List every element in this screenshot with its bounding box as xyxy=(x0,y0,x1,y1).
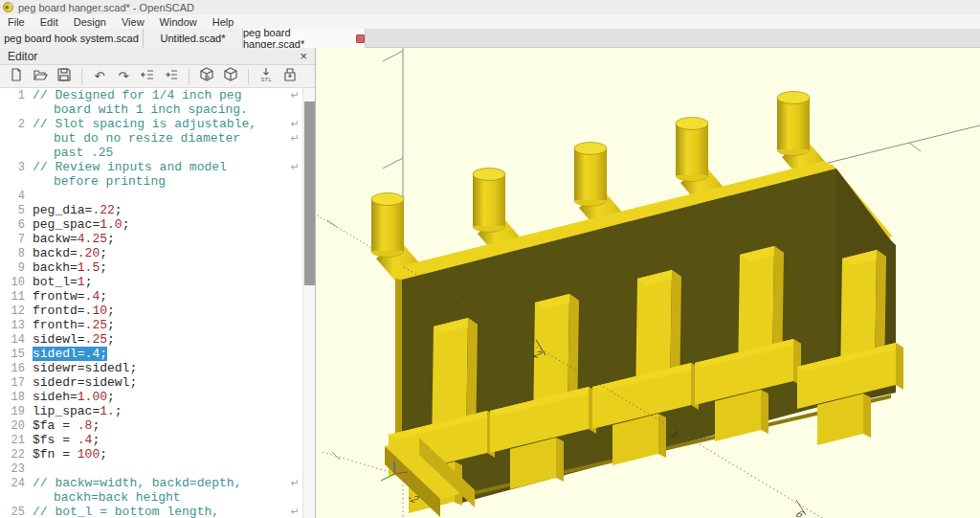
code-row[interactable]: 24// backw=width, backd=depth,↵ xyxy=(0,476,303,490)
3d-scene[interactable]: 2 4 6 -2 xyxy=(316,48,980,518)
code-row[interactable]: board with 1 inch spacing. xyxy=(0,102,303,117)
line-number: 16 xyxy=(0,362,25,376)
code-text: $fs = .4; xyxy=(33,433,100,447)
editor-scrollbar-thumb[interactable] xyxy=(304,101,315,285)
tab-label: Untitled.scad* xyxy=(161,33,226,44)
code-row[interactable]: 15sidedl=.4; xyxy=(0,347,303,361)
code-row[interactable]: 13fronth=.25; xyxy=(0,318,303,332)
tab-3[interactable]: peg board hanger.scad* xyxy=(243,29,366,48)
save-file-icon xyxy=(56,67,72,85)
new-file-icon xyxy=(9,67,24,85)
open-file-button[interactable] xyxy=(30,67,51,86)
render-button[interactable] xyxy=(220,67,241,86)
editor-scrollbar[interactable] xyxy=(302,88,315,518)
toolbar-separator xyxy=(81,69,82,84)
code-row[interactable]: 22$fn = 100; xyxy=(0,447,303,462)
code-row[interactable]: past .25 xyxy=(0,146,303,160)
code-row[interactable]: 18sideh=1.00; xyxy=(0,390,303,404)
wrap-indicator-icon: ↵ xyxy=(291,160,300,174)
undo-icon: ↶ xyxy=(95,69,105,83)
code-row[interactable]: before printing xyxy=(0,174,303,189)
save-file-button[interactable] xyxy=(54,67,75,86)
code-row[interactable]: 10bot_l=1; xyxy=(0,275,303,289)
code-text: frontw=.4; xyxy=(33,289,107,304)
code-text: $fa = .8; xyxy=(33,418,100,433)
code-row[interactable]: backh=back height xyxy=(0,490,303,505)
code-row[interactable]: 1// Designed for 1/4 inch peg↵ xyxy=(0,88,303,102)
tab-label: peg board hanger.scad* xyxy=(243,27,350,50)
code-text: backw=4.25; xyxy=(33,232,115,246)
code-row[interactable]: 9backh=1.5; xyxy=(0,260,303,275)
openscad-logo-icon xyxy=(3,2,13,12)
tab-close-icon[interactable] xyxy=(356,34,365,43)
code-row[interactable]: 20$fa = .8; xyxy=(0,418,303,433)
menu-window[interactable]: Window xyxy=(152,16,205,28)
code-row[interactable]: 7backw=4.25; xyxy=(0,232,303,246)
line-number: 19 xyxy=(0,405,25,419)
menu-file[interactable]: File xyxy=(0,16,33,28)
line-number: 24 xyxy=(0,477,25,491)
preview-icon xyxy=(199,67,214,85)
svg-text:STL: STL xyxy=(260,77,272,82)
code-row[interactable]: 16sidewr=sidedl; xyxy=(0,361,303,375)
menu-bar: FileEditDesignViewWindowHelp xyxy=(0,14,980,29)
openscad-window: peg board hanger.scad* - OpenSCAD FileEd… xyxy=(0,0,980,518)
toolbar-separator xyxy=(248,69,249,84)
code-text: fronth=.25; xyxy=(33,318,115,332)
menu-view[interactable]: View xyxy=(114,16,152,28)
editor-close-button[interactable]: × xyxy=(300,50,307,62)
code-row[interactable]: but do no resize diameter↵ xyxy=(0,131,303,146)
tab-2[interactable]: Untitled.scad* xyxy=(144,29,243,48)
code-row[interactable]: 5peg_dia=.22; xyxy=(0,203,303,217)
window-title: peg board hanger.scad* - OpenSCAD xyxy=(18,2,194,13)
code-text: sideh=1.00; xyxy=(33,390,115,404)
code-row[interactable]: 25// bot_l = bottom length,↵ xyxy=(0,505,303,518)
code-row[interactable]: 12frontd=.10; xyxy=(0,304,303,318)
line-number: 13 xyxy=(0,319,25,333)
code-row[interactable]: 6peg_spac=1.0; xyxy=(0,217,303,232)
wrap-indicator-icon: ↵ xyxy=(291,117,300,131)
line-number: 4 xyxy=(0,190,25,204)
unindent-button[interactable] xyxy=(137,67,158,86)
code-row[interactable]: 11frontw=.4; xyxy=(0,289,303,304)
tab-1[interactable]: peg board hook system.scad xyxy=(0,29,144,48)
tab-label: peg board hook system.scad xyxy=(4,33,139,44)
line-number: 22 xyxy=(0,448,25,462)
code-row[interactable]: 14sidewl=.25; xyxy=(0,332,303,347)
line-number: 14 xyxy=(0,333,25,348)
menu-design[interactable]: Design xyxy=(66,16,114,28)
code-row[interactable]: 3// Review inputs and model↵ xyxy=(0,160,303,174)
code-text: // Slot spacing is adjustable, xyxy=(33,117,256,131)
code-row[interactable]: 2// Slot spacing is adjustable,↵ xyxy=(0,117,303,131)
line-number: 21 xyxy=(0,434,25,448)
code-text: // Designed for 1/4 inch peg xyxy=(33,88,241,102)
line-number: 12 xyxy=(0,304,25,319)
code-row[interactable]: 8backd=.20; xyxy=(0,246,303,260)
undo-button[interactable]: ↶ xyxy=(89,67,110,86)
line-number: 3 xyxy=(0,161,25,175)
menu-edit[interactable]: Edit xyxy=(33,16,66,28)
code-text: $fn = 100; xyxy=(33,447,107,462)
code-text: peg_spac=1.0; xyxy=(33,217,129,232)
new-file-button[interactable] xyxy=(6,67,27,86)
menu-help[interactable]: Help xyxy=(205,16,242,28)
export-stl-button[interactable]: STL xyxy=(256,67,277,86)
code-row[interactable]: 4 xyxy=(0,189,303,203)
indent-button[interactable] xyxy=(161,67,182,86)
code-row[interactable]: 17sidedr=sidewl; xyxy=(0,375,303,390)
print-3d-icon xyxy=(282,67,298,85)
line-number: 5 xyxy=(0,204,25,218)
code-row[interactable]: 21$fs = .4; xyxy=(0,433,303,447)
code-row[interactable]: 19lip_spac=1.; xyxy=(0,404,303,418)
redo-button[interactable]: ↷ xyxy=(113,67,134,86)
open-file-icon xyxy=(33,67,48,85)
viewport-3d[interactable]: 2 4 6 -2 xyxy=(316,48,980,518)
wrap-indicator-icon: ↵ xyxy=(291,476,300,490)
print-3d-button[interactable] xyxy=(279,67,301,86)
code-text: backh=1.5; xyxy=(33,260,107,275)
code-editor[interactable]: 1// Designed for 1/4 inch peg↵board with… xyxy=(0,88,303,518)
code-row[interactable]: 23 xyxy=(0,462,303,476)
line-number: 17 xyxy=(0,376,25,391)
code-text: backd=.20; xyxy=(33,246,107,260)
preview-button[interactable] xyxy=(196,67,217,86)
